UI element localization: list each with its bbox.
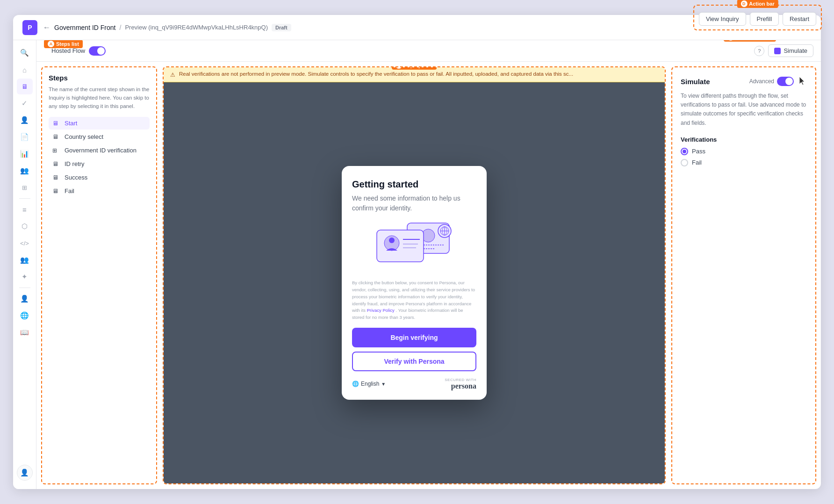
id-illustration [352, 221, 476, 272]
view-inquiry-button[interactable]: View Inquiry [699, 12, 746, 26]
panels-area: Steps The name of the current step shown… [36, 62, 821, 489]
success-step-icon: 🖥 [52, 174, 61, 181]
svg-point-6 [389, 238, 395, 243]
phone-card-subtitle: We need some information to help us conf… [352, 194, 476, 213]
sidebar-grid-button[interactable]: ⊞ [17, 180, 33, 195]
id-retry-step-label: ID retry [65, 160, 85, 167]
restart-button[interactable]: Restart [783, 12, 816, 26]
sidebar-globe-button[interactable]: 🌐 [17, 308, 33, 324]
simulate-panel: Simulate Advanced [671, 66, 816, 484]
chevron-down-icon: ▼ [381, 382, 386, 387]
sidebar-users-button[interactable]: 👥 [17, 163, 33, 179]
right-toolbar-controls: C Simulate panel ? Simulate [754, 44, 813, 57]
sidebar-hexagon-button[interactable]: ⬡ [17, 218, 33, 234]
sidebar-list-button[interactable]: ≡ [17, 202, 33, 217]
simulate-advanced-control: Advanced [749, 76, 807, 87]
step-item-country[interactable]: 🖥 Country select [49, 130, 150, 143]
persona-logo: P [22, 20, 37, 35]
breadcrumb: ← Government ID Front / Preview (inq_qV9… [43, 23, 291, 32]
step-item-start[interactable]: 🖥 Start [49, 117, 150, 130]
start-step-label: Start [65, 120, 77, 127]
content-area: 🔍 ⌂ 🖥 ✓ 👤 📄 📊 👥 ⊞ ≡ ⬡ </> 👥 ✦ 👤 🌐 📖 [13, 40, 821, 489]
sidebar-team-button[interactable]: 👥 [17, 252, 33, 268]
fail-step-label: Fail [65, 187, 74, 194]
simulate-description: To view different paths through the flow… [681, 92, 807, 128]
phone-footer: 🌐 English ▼ SECURED WITH persona [352, 378, 476, 390]
page-name: Government ID Front [54, 24, 116, 31]
radio-fail[interactable]: Fail [681, 159, 807, 166]
fail-step-icon: 🖥 [52, 187, 61, 194]
svg-rect-4 [377, 230, 424, 262]
simulate-header: Simulate Advanced [681, 76, 807, 87]
inquiry-flow-label: B Inquiry flow [392, 66, 437, 70]
radio-pass-label: Pass [692, 148, 705, 155]
inquiry-viewport: Getting started We need some information… [164, 82, 665, 483]
step-item-success[interactable]: 🖥 Success [49, 171, 150, 184]
sidebar-code-button[interactable]: </> [17, 235, 33, 251]
consent-text: By clicking the button below, you consen… [352, 280, 476, 321]
back-arrow-icon[interactable]: ← [43, 23, 50, 32]
action-bar-outer-box: D Action bar View Inquiry Prefill Restar… [693, 5, 822, 30]
success-step-label: Success [65, 174, 87, 181]
persona-brand-label: persona [445, 382, 476, 390]
radio-pass-circle [681, 148, 688, 155]
sidebar-search-button[interactable]: 🔍 [17, 45, 33, 61]
start-step-icon: 🖥 [52, 120, 61, 127]
globe-icon: 🌐 [352, 381, 359, 387]
verify-with-persona-button[interactable]: Verify with Persona [352, 352, 476, 371]
prefill-button[interactable]: Prefill [750, 12, 779, 26]
privacy-policy-link[interactable]: Privacy Policy [367, 308, 395, 313]
steps-list-label: A Steps list [44, 40, 83, 48]
gov-id-step-icon: ⊞ [52, 147, 61, 154]
radio-fail-label: Fail [692, 159, 702, 166]
country-step-icon: 🖥 [52, 133, 61, 140]
advanced-toggle[interactable] [777, 77, 794, 86]
breadcrumb-separator: / [120, 24, 122, 31]
inquiry-flow-panel: B Inquiry flow ⚠ Real verifications are … [163, 66, 666, 484]
main-container: P ← Government ID Front / Preview (inq_q… [13, 15, 821, 489]
simulate-panel-label: C Simulate panel [724, 40, 776, 42]
sidebar-spark-button[interactable]: ✦ [17, 269, 33, 285]
begin-verifying-button[interactable]: Begin verifying [352, 328, 476, 347]
secured-by-persona: SECURED WITH persona [445, 378, 476, 390]
notification-text: Real verifications are not performed in … [179, 71, 573, 77]
step-item-id-retry[interactable]: 🖥 ID retry [49, 158, 150, 170]
step-item-fail[interactable]: 🖥 Fail [49, 185, 150, 197]
sidebar-avatar-button[interactable]: 👤 [17, 465, 33, 481]
sidebar-chart-button[interactable]: 📊 [17, 146, 33, 162]
sidebar-file-button[interactable]: 📄 [17, 129, 33, 145]
verifications-title: Verifications [681, 136, 807, 143]
preview-id: Preview (inq_qV9i9RE4dWMwpVkaLHhLsHR4knp… [125, 24, 268, 31]
secured-with-label: SECURED WITH [445, 378, 476, 382]
country-step-label: Country select [65, 133, 103, 140]
draft-badge: Draft [272, 24, 291, 31]
radio-fail-circle [681, 159, 688, 166]
sidebar-user-button[interactable]: 👤 [17, 112, 33, 128]
sidebar-divider [19, 198, 30, 199]
steps-title: Steps [49, 74, 150, 82]
warning-icon: ⚠ [170, 72, 175, 78]
cursor-indicator [798, 76, 807, 87]
advanced-label: Advanced [749, 78, 774, 85]
steps-description: The name of the current step shown in th… [49, 86, 150, 110]
sidebar-divider-2 [19, 288, 30, 288]
step-item-gov-id[interactable]: ⊞ Government ID verification [49, 144, 150, 157]
gov-id-step-label: Government ID verification [65, 147, 137, 154]
icon-sidebar: 🔍 ⌂ 🖥 ✓ 👤 📄 📊 👥 ⊞ ≡ ⬡ </> 👥 ✦ 👤 🌐 📖 [13, 40, 36, 489]
steps-panel: Steps The name of the current step shown… [41, 66, 157, 484]
toolbar: A Steps list Hosted Flow C Simulate pan [36, 40, 821, 62]
sidebar-check-button[interactable]: ✓ [17, 95, 33, 111]
hosted-flow-toggle[interactable] [89, 46, 106, 56]
phone-card-title: Getting started [352, 179, 476, 190]
right-content: A Steps list Hosted Flow C Simulate pan [36, 40, 821, 489]
help-icon[interactable]: ? [754, 46, 764, 56]
language-select[interactable]: 🌐 English ▼ [352, 381, 386, 387]
sidebar-user-settings-button[interactable]: 👤 [17, 291, 33, 307]
simulate-button[interactable]: Simulate [768, 44, 813, 57]
radio-pass[interactable]: Pass [681, 148, 807, 155]
sidebar-book-button[interactable]: 📖 [17, 324, 33, 340]
sidebar-home-button[interactable]: ⌂ [17, 62, 33, 78]
id-retry-step-icon: 🖥 [52, 160, 61, 167]
action-bar-label: D Action bar [737, 0, 778, 8]
sidebar-monitor-button[interactable]: 🖥 [17, 79, 33, 94]
